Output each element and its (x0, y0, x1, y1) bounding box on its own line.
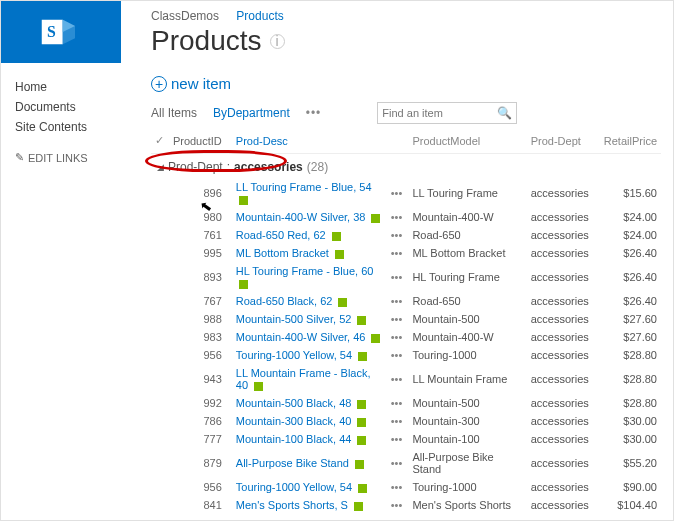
table-row[interactable]: 767Road-650 Black, 62 •••Road-650accesso… (151, 292, 661, 310)
cell-dept: accessories (527, 244, 600, 262)
table-row[interactable]: 995ML Bottom Bracket •••ML Bottom Bracke… (151, 244, 661, 262)
breadcrumb-site[interactable]: ClassDemos (151, 9, 219, 23)
ecb-menu[interactable]: ••• (387, 346, 409, 364)
new-flag-icon (239, 196, 248, 205)
group-header-row[interactable]: ◢ Prod-Dept : accessories (28) (151, 154, 661, 179)
table-row[interactable]: 761Road-650 Red, 62 •••Road-650accessori… (151, 226, 661, 244)
cell-model: HL Touring Frame (408, 262, 526, 292)
cell-desc[interactable]: Touring-1000 Yellow, 54 (232, 346, 387, 364)
table-row[interactable]: 956Touring-1000 Yellow, 54 •••Touring-10… (151, 346, 661, 364)
cell-model: Road-650 (408, 292, 526, 310)
search-box[interactable]: 🔍 (377, 102, 517, 124)
cell-id: 956 (169, 346, 232, 364)
cell-price: $27.60 (600, 310, 661, 328)
col-header-model[interactable]: ProductModel (408, 132, 526, 154)
cell-desc[interactable]: Road-650 Red, 62 (232, 226, 387, 244)
search-icon[interactable]: 🔍 (497, 106, 512, 120)
cell-price: $27.60 (600, 328, 661, 346)
cell-price: $26.40 (600, 262, 661, 292)
col-header-desc[interactable]: Prod-Desc (232, 132, 387, 154)
col-header-id[interactable]: ProductID (169, 132, 232, 154)
ecb-menu[interactable]: ••• (387, 394, 409, 412)
cell-price: $28.80 (600, 346, 661, 364)
cell-price: $28.80 (600, 394, 661, 412)
cell-model: Mountain-300 (408, 412, 526, 430)
breadcrumb: ClassDemos Products (151, 9, 298, 23)
table-row[interactable]: 956Touring-1000 Yellow, 54 •••Touring-10… (151, 478, 661, 496)
new-flag-icon (357, 316, 366, 325)
ecb-menu[interactable]: ••• (387, 412, 409, 430)
ecb-menu[interactable]: ••• (387, 292, 409, 310)
cell-price: $30.00 (600, 412, 661, 430)
cell-desc[interactable]: Mountain-500 Black, 48 (232, 394, 387, 412)
ecb-menu[interactable]: ••• (387, 178, 409, 208)
plus-icon: + (151, 76, 167, 92)
table-row[interactable]: 983Mountain-400-W Silver, 46 •••Mountain… (151, 328, 661, 346)
nav-site-contents[interactable]: Site Contents (15, 117, 121, 137)
table-row[interactable]: 943LL Mountain Frame - Black, 40 •••LL M… (151, 364, 661, 394)
table-row[interactable]: 777Mountain-100 Black, 44 •••Mountain-10… (151, 430, 661, 448)
view-all-items[interactable]: All Items (151, 106, 197, 120)
cell-id: 943 (169, 364, 232, 394)
cell-id: 992 (169, 394, 232, 412)
cell-price: $28.80 (600, 364, 661, 394)
cell-desc[interactable]: HL Touring Frame - Blue, 60 (232, 262, 387, 292)
ecb-menu[interactable]: ••• (387, 448, 409, 478)
ecb-menu[interactable]: ••• (387, 364, 409, 394)
site-logo[interactable]: S (1, 1, 121, 63)
cell-desc[interactable]: Mountain-400-W Silver, 38 (232, 208, 387, 226)
view-by-department[interactable]: ByDepartment (213, 106, 290, 120)
ecb-menu[interactable]: ••• (387, 244, 409, 262)
cell-desc[interactable]: Mountain-300 Black, 40 (232, 412, 387, 430)
ecb-menu[interactable]: ••• (387, 496, 409, 514)
cell-desc[interactable]: All-Purpose Bike Stand (232, 448, 387, 478)
cell-desc[interactable]: Mountain-100 Black, 44 (232, 430, 387, 448)
cell-id: 767 (169, 292, 232, 310)
ecb-menu[interactable]: ••• (387, 262, 409, 292)
info-icon[interactable]: i (270, 34, 285, 49)
cell-desc[interactable]: Mountain-500 Silver, 52 (232, 310, 387, 328)
table-row[interactable]: 992Mountain-500 Black, 48 •••Mountain-50… (151, 394, 661, 412)
nav-documents[interactable]: Documents (15, 97, 121, 117)
cell-id: 879 (169, 448, 232, 478)
cell-desc[interactable]: Mountain-400-W Silver, 46 (232, 328, 387, 346)
table-row[interactable]: 786Mountain-300 Black, 40 •••Mountain-30… (151, 412, 661, 430)
new-flag-icon (358, 484, 367, 493)
col-header-price[interactable]: RetailPrice (600, 132, 661, 154)
cell-model: LL Mountain Frame (408, 364, 526, 394)
cell-desc[interactable]: ML Bottom Bracket (232, 244, 387, 262)
ecb-menu[interactable]: ••• (387, 430, 409, 448)
nav-home[interactable]: Home (15, 77, 121, 97)
ecb-menu[interactable]: ••• (387, 208, 409, 226)
cell-dept: accessories (527, 346, 600, 364)
table-row[interactable]: 988Mountain-500 Silver, 52 •••Mountain-5… (151, 310, 661, 328)
cell-desc[interactable]: LL Mountain Frame - Black, 40 (232, 364, 387, 394)
col-header-dept[interactable]: Prod-Dept (527, 132, 600, 154)
cell-desc[interactable]: Road-650 Black, 62 (232, 292, 387, 310)
cell-desc[interactable]: LL Touring Frame - Blue, 54 (232, 178, 387, 208)
ecb-menu[interactable]: ••• (387, 328, 409, 346)
search-input[interactable] (382, 107, 512, 119)
edit-links[interactable]: ✎ EDIT LINKS (15, 151, 121, 164)
cell-model: Mountain-500 (408, 394, 526, 412)
cell-model: Men's Sports Shorts (408, 496, 526, 514)
new-item-button[interactable]: + new item (151, 75, 673, 92)
cell-price: $26.40 (600, 244, 661, 262)
cell-id: 786 (169, 412, 232, 430)
table-row[interactable]: 841Men's Sports Shorts, S •••Men's Sport… (151, 496, 661, 514)
cell-desc[interactable]: Touring-1000 Yellow, 54 (232, 478, 387, 496)
ecb-menu[interactable]: ••• (387, 478, 409, 496)
table-row[interactable]: 980Mountain-400-W Silver, 38 •••Mountain… (151, 208, 661, 226)
view-more-menu[interactable]: ••• (306, 106, 322, 120)
table-row[interactable]: 896LL Touring Frame - Blue, 54 •••LL Tou… (151, 178, 661, 208)
table-row[interactable]: 893HL Touring Frame - Blue, 60 •••HL Tou… (151, 262, 661, 292)
cell-dept: accessories (527, 292, 600, 310)
col-header-select[interactable]: ✓ (151, 132, 169, 154)
cell-model: All-Purpose Bike Stand (408, 448, 526, 478)
table-row[interactable]: 879All-Purpose Bike Stand •••All-Purpose… (151, 448, 661, 478)
breadcrumb-list[interactable]: Products (236, 9, 283, 23)
sharepoint-icon: S (40, 11, 82, 53)
cell-desc[interactable]: Men's Sports Shorts, S (232, 496, 387, 514)
ecb-menu[interactable]: ••• (387, 310, 409, 328)
ecb-menu[interactable]: ••• (387, 226, 409, 244)
